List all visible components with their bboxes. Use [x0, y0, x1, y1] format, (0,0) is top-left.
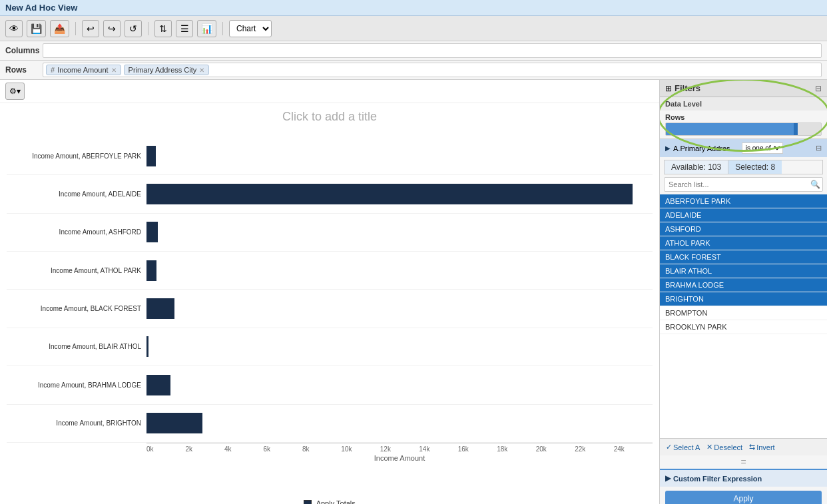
- filter-list[interactable]: ABERFOYLE PARKADELAIDEASHFORDATHOL PARKB…: [660, 194, 827, 438]
- bar-container: [146, 214, 653, 251]
- refresh-button[interactable]: ↺: [125, 20, 142, 37]
- undo-button[interactable]: ↩: [82, 20, 99, 37]
- bar: [146, 336, 148, 357]
- chart-legend: Apply Totals: [0, 497, 659, 504]
- x-axis: 0k2k4k6k8k10k12k14k16k18k20k22k24k: [146, 443, 653, 453]
- x-tick: 18k: [497, 445, 535, 453]
- row-tag-city-label: Primary Address City: [129, 66, 197, 74]
- filter-header-left: ▶ A.Primary Addres... is one of: [665, 142, 783, 154]
- chart-row-label: Income Amount, ASHFORD: [7, 228, 146, 236]
- x-tick: 24k: [614, 445, 653, 453]
- rows-slider[interactable]: [665, 123, 822, 136]
- filter-header-icon[interactable]: ⊟: [816, 144, 822, 152]
- rows-section-wrapper: Data Level Rows: [660, 97, 827, 138]
- filter-list-item[interactable]: BLACK FOREST: [660, 250, 827, 264]
- bar-container: [146, 290, 653, 327]
- filter-list-item[interactable]: BRAHMA LODGE: [660, 278, 827, 292]
- filter-list-item[interactable]: ABERFOYLE PARK: [660, 194, 827, 208]
- filter-list-item[interactable]: BROMPTON: [660, 306, 827, 320]
- invert-label: Invert: [756, 443, 775, 451]
- filter-search-input[interactable]: [665, 178, 808, 190]
- title-bar: New Ad Hoc View: [0, 0, 827, 16]
- export-button[interactable]: 📤: [50, 20, 69, 37]
- rows-bar-handle[interactable]: [794, 123, 798, 135]
- view-button[interactable]: 👁: [5, 20, 23, 37]
- bar-container: [146, 137, 653, 174]
- legend-label: Apply: [316, 499, 335, 504]
- gear-bar: ⚙▾: [0, 80, 659, 103]
- x-tick: 6k: [263, 445, 302, 453]
- gear-settings-button[interactable]: ⚙▾: [5, 83, 25, 100]
- filters-grid-icon: ⊞: [665, 84, 672, 93]
- save-button[interactable]: 💾: [27, 20, 46, 37]
- rows-field-container[interactable]: # Income Amount ✕ Primary Address City ✕: [43, 63, 822, 77]
- bar-container: [146, 366, 653, 403]
- row-tag-city-close[interactable]: ✕: [199, 67, 204, 74]
- columns-area: Columns: [0, 41, 827, 61]
- display-button[interactable]: 📊: [197, 20, 216, 37]
- separator2: [148, 22, 148, 35]
- bar: [146, 222, 158, 242]
- chart-row-label: Income Amount, BLAIR ATHOL: [7, 343, 146, 350]
- deselect-button[interactable]: ✕ Deselect: [704, 441, 744, 453]
- chart-row: Income Amount, BLAIR ATHOL: [7, 328, 653, 366]
- x-tick: 8k: [302, 445, 341, 453]
- switch-button[interactable]: ⇅: [154, 20, 172, 37]
- bar-container: [146, 175, 653, 212]
- chart-title[interactable]: Click to add a title: [0, 103, 659, 130]
- filters-options-icon[interactable]: ⊟: [815, 84, 822, 93]
- filter-list-item[interactable]: BROOKLYN PARK: [660, 320, 827, 334]
- select-all-button[interactable]: ✓ Select A: [664, 441, 702, 453]
- filter-collapse-icon[interactable]: ▶: [665, 144, 671, 152]
- app-title: New Ad Hoc View: [5, 3, 77, 13]
- filter-list-item[interactable]: ATHOL PARK: [660, 236, 827, 250]
- bar: [146, 184, 633, 204]
- row-tag-city: Primary Address City ✕: [124, 65, 210, 75]
- x-tick: 0k: [146, 445, 185, 453]
- filter-list-item[interactable]: ASHFORD: [660, 222, 827, 236]
- chart-type-select[interactable]: Chart: [229, 20, 272, 37]
- search-icon: 🔍: [808, 178, 822, 191]
- legend-totals-label: Totals: [336, 499, 356, 504]
- chart-row: Income Amount, BRAHMA LODGE: [7, 366, 653, 404]
- hash-icon: #: [51, 66, 55, 74]
- chart-row: Income Amount, BRIGHTON: [7, 405, 653, 443]
- custom-filter-text: Custom Filter Expression: [673, 475, 762, 483]
- rows-cols-button[interactable]: ☰: [176, 20, 193, 37]
- filter-search-container: 🔍: [664, 177, 823, 192]
- deselect-label: Deselect: [714, 443, 742, 451]
- filter-actions: ✓ Select A ✕ Deselect ⇆ Invert: [660, 438, 827, 455]
- row-tag-income-close[interactable]: ✕: [111, 67, 117, 74]
- filter-list-item[interactable]: BRIGHTON: [660, 292, 827, 306]
- filter-list-item[interactable]: ADELAIDE: [660, 208, 827, 222]
- bar: [146, 375, 170, 395]
- chart-row-label: Income Amount, BRAHMA LODGE: [7, 381, 146, 389]
- filter-counts: Available: 103 Selected: 8: [664, 160, 823, 174]
- x-tick: 14k: [419, 445, 457, 453]
- chart-row: Income Amount, ABERFOYLE PARK: [7, 137, 653, 175]
- filter-type-select[interactable]: is one of: [742, 142, 783, 154]
- invert-button[interactable]: ⇆ Invert: [747, 441, 777, 453]
- filter-available-count: Available: 103: [665, 160, 728, 174]
- chart-row-label: Income Amount, BLACK FOREST: [7, 305, 146, 312]
- filters-header: ⊞ Filters ⊟: [660, 80, 827, 97]
- bar: [146, 260, 156, 281]
- rows-label: Rows: [5, 65, 39, 75]
- columns-field-container[interactable]: [43, 43, 822, 58]
- row-tag-income-label: Income Amount: [57, 66, 108, 74]
- chart-row-label: Income Amount, ADELAIDE: [7, 190, 146, 198]
- bar-container: [146, 252, 653, 289]
- rows-bar-fill: [666, 123, 798, 135]
- redo-button[interactable]: ↪: [103, 20, 121, 37]
- rows-section-label: Rows: [665, 113, 822, 121]
- x-icon: ✕: [706, 443, 712, 451]
- filters-title: Filters: [675, 83, 700, 93]
- filter-list-item[interactable]: BLAIR ATHOL: [660, 264, 827, 278]
- custom-filter-triangle[interactable]: ▶: [665, 474, 671, 483]
- bar: [146, 146, 156, 166]
- invert-icon: ⇆: [749, 443, 755, 451]
- main-layout: ⚙▾ Click to add a title Income Amount, A…: [0, 80, 827, 504]
- apply-button[interactable]: Apply: [665, 491, 822, 504]
- x-tick: 12k: [380, 445, 419, 453]
- select-all-label: Select A: [673, 443, 700, 451]
